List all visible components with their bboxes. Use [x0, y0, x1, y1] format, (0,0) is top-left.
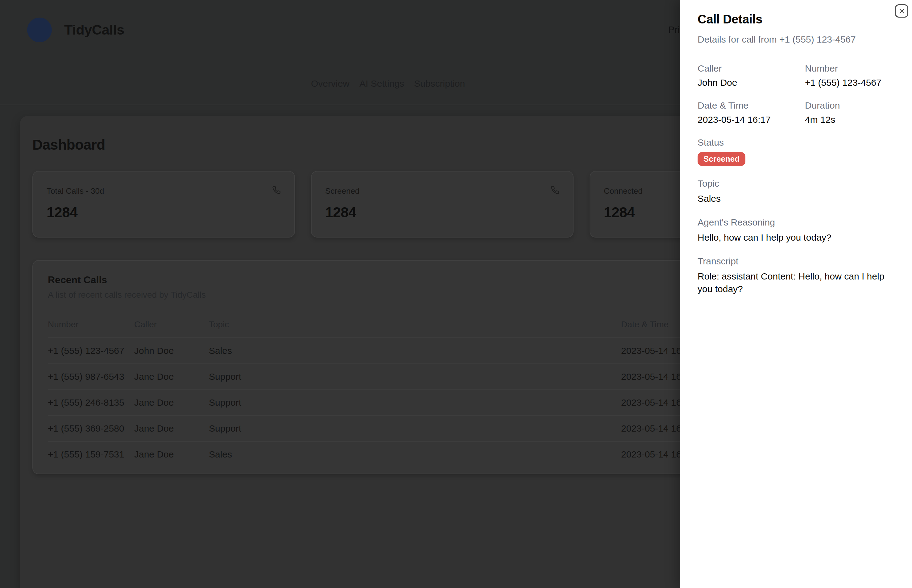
cell-topic: Sales: [209, 338, 621, 364]
stat-card-total-calls: Total Calls - 30d 1284: [32, 171, 295, 237]
field-label: Agent's Reasoning: [697, 217, 895, 228]
close-icon: [898, 8, 905, 15]
field-datetime: Date & Time 2023-05-14 16:17: [697, 100, 805, 125]
cell-number: +1 (555) 246-8135: [48, 389, 134, 415]
nav-item-overview[interactable]: Overview: [311, 78, 350, 89]
field-label: Date & Time: [697, 100, 805, 111]
field-value: 2023-05-14 16:17: [697, 115, 805, 125]
field-label: Caller: [697, 63, 805, 74]
field-label: Number: [805, 63, 895, 74]
cell-number: +1 (555) 369-2580: [48, 415, 134, 441]
call-details-panel: Call Details Details for call from +1 (5…: [680, 0, 912, 588]
cell-caller: Jane Doe: [134, 415, 209, 441]
cell-caller: Jane Doe: [134, 389, 209, 415]
field-label: Topic: [697, 178, 895, 189]
field-label: Duration: [805, 100, 895, 111]
field-value: 4m 12s: [805, 115, 895, 125]
field-value: Sales: [697, 192, 895, 205]
app-screen: TidyCalls Overview AI Settings Subscript…: [0, 0, 912, 588]
cell-number: +1 (555) 123-4567: [48, 338, 134, 364]
tidycalls-logo-icon: [27, 18, 52, 42]
stat-label: Screened: [325, 186, 559, 196]
stat-value: 1284: [47, 204, 281, 221]
field-topic: Topic Sales: [697, 178, 895, 205]
cell-caller: John Doe: [134, 338, 209, 364]
cell-topic: Support: [209, 415, 621, 441]
field-duration: Duration 4m 12s: [805, 100, 895, 125]
column-header-caller: Caller: [134, 320, 209, 338]
status-badge: Screened: [697, 152, 746, 166]
field-caller: Caller John Doe: [697, 63, 805, 88]
field-transcript: Transcript Role: assistant Content: Hell…: [697, 256, 895, 295]
cell-topic: Support: [209, 389, 621, 415]
call-fields-grid: Caller John Doe Number +1 (555) 123-4567…: [697, 63, 895, 125]
phone-icon: [551, 186, 559, 194]
close-panel-button[interactable]: [895, 4, 908, 18]
main-nav: Overview AI Settings Subscription: [311, 78, 465, 89]
nav-item-subscription[interactable]: Subscription: [414, 78, 465, 89]
brand-name: TidyCalls: [64, 22, 124, 38]
cell-number: +1 (555) 159-7531: [48, 441, 134, 467]
column-header-number: Number: [48, 320, 134, 338]
field-label: Status: [697, 137, 895, 148]
nav-item-ai-settings[interactable]: AI Settings: [360, 78, 404, 89]
stat-label: Total Calls - 30d: [47, 186, 281, 196]
field-label: Transcript: [697, 256, 895, 267]
panel-subtitle: Details for call from +1 (555) 123-4567: [697, 34, 895, 45]
cell-caller: Jane Doe: [134, 364, 209, 389]
field-status: Status Screened: [697, 137, 895, 166]
cell-caller: Jane Doe: [134, 441, 209, 467]
field-reasoning: Agent's Reasoning Hello, how can I help …: [697, 217, 895, 244]
field-value: Role: assistant Content: Hello, how can …: [697, 270, 895, 295]
column-header-topic: Topic: [209, 320, 621, 338]
stat-card-screened: Screened 1284: [311, 171, 573, 237]
field-value: John Doe: [697, 78, 805, 88]
field-number: Number +1 (555) 123-4567: [805, 63, 895, 88]
cell-topic: Sales: [209, 441, 621, 467]
panel-title: Call Details: [697, 12, 895, 26]
phone-icon: [272, 186, 281, 194]
cell-topic: Support: [209, 364, 621, 389]
stat-value: 1284: [325, 204, 559, 221]
field-value: +1 (555) 123-4567: [805, 78, 895, 88]
field-value: Hello, how can I help you today?: [697, 231, 895, 244]
cell-number: +1 (555) 987-6543: [48, 364, 134, 389]
